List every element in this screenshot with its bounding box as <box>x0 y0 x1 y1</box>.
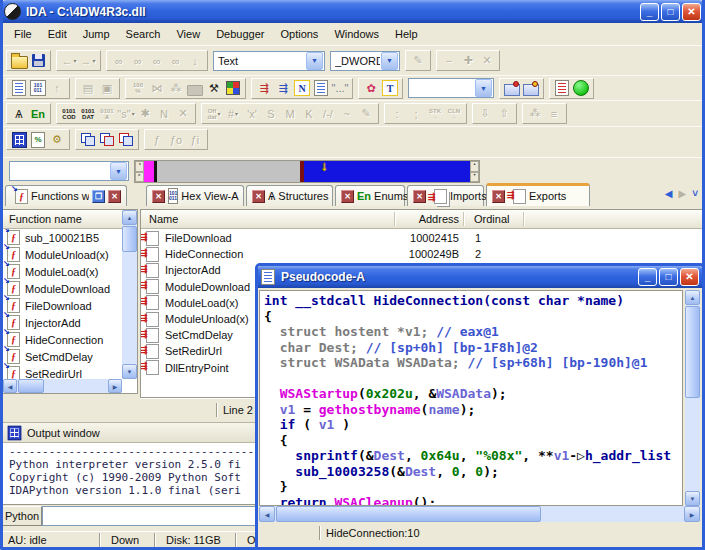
names-window-icon[interactable]: N <box>293 80 311 97</box>
search-icon[interactable]: ∞ <box>110 52 128 69</box>
scroll-right-icon[interactable]: ▶ <box>684 506 700 522</box>
chevron-down-icon[interactable]: ▼ <box>381 52 398 70</box>
close-icon[interactable]: ✕ <box>413 190 426 203</box>
calculator-icon[interactable] <box>10 131 28 148</box>
edit-icon[interactable]: ✎ <box>409 52 427 69</box>
scroll-down-icon[interactable]: ▼ <box>685 491 700 506</box>
lock-icon[interactable]: ▣ <box>98 80 116 97</box>
tab-list-icon[interactable]: ˅ <box>692 188 698 199</box>
flower-icon[interactable]: ✿ <box>362 80 380 97</box>
back-icon[interactable]: ←▾ <box>60 52 78 69</box>
export-row[interactable]: FileDownload100024151 <box>141 230 701 246</box>
offset-icon[interactable]: Off dat▾ <box>205 105 223 122</box>
python-prompt-button[interactable]: Python <box>2 506 42 526</box>
forward-icon[interactable]: →▾ <box>79 52 97 69</box>
hex-view-icon[interactable]: 101 011 <box>29 80 47 97</box>
tab-scroll-right-icon[interactable]: ▶ <box>678 188 686 199</box>
pseudocode-title-bar[interactable]: Pseudocode-A _ □ ✕ <box>258 266 702 288</box>
function-start-icon[interactable]: ƒo <box>167 131 185 148</box>
segments-icon[interactable]: ▤ <box>79 80 97 97</box>
menu-file[interactable]: File <box>6 26 40 42</box>
clean-stack-icon[interactable]: CLN → <box>445 105 463 122</box>
function-row[interactable]: ƒSetRedirUrl <box>3 365 122 379</box>
navigation-band[interactable]: ◂▸▴▾↓ <box>134 160 480 183</box>
functions-window-icon[interactable] <box>312 80 330 97</box>
scroll-right-icon[interactable]: ▶ <box>108 379 122 393</box>
produce-file-alt-icon[interactable] <box>522 80 540 97</box>
function-row[interactable]: ƒModuleUnload(x) <box>3 246 122 263</box>
tab-enums[interactable]: ✕EnEnums <box>335 185 405 206</box>
text-view-icon[interactable] <box>10 80 28 97</box>
semicolon-comment-icon[interactable]: ; <box>407 105 425 122</box>
maximize-button[interactable]: □ <box>661 3 680 21</box>
tab-exports[interactable]: ✕Exports <box>486 183 590 206</box>
delete-icon[interactable]: ✕ <box>478 52 496 69</box>
jump-down-icon[interactable]: ↓ <box>186 52 204 69</box>
palette-icon[interactable] <box>224 80 242 97</box>
jump-up-icon[interactable]: ↑ <box>48 80 66 97</box>
number-icon[interactable]: #▾ <box>224 105 242 122</box>
chevron-down-icon[interactable]: ▼ <box>306 52 323 70</box>
collapse-icon[interactable]: ⋈ <box>148 80 166 97</box>
scroll-thumb[interactable] <box>276 506 541 522</box>
xrefs-from-icon[interactable]: ⇶ <box>255 80 273 97</box>
make-string-icon[interactable]: "s"▾ <box>117 105 135 122</box>
band-segment-library-functions[interactable] <box>144 161 154 182</box>
graph-icon[interactable]: ⁂ <box>167 80 185 97</box>
data-type-combo[interactable]: _DWORD▼ <box>330 51 400 71</box>
menu-jump[interactable]: Jump <box>75 26 118 42</box>
save-icon[interactable] <box>29 52 47 69</box>
band-segment-data[interactable] <box>157 161 300 182</box>
exports-header[interactable]: Name Address Ordinal <box>141 210 702 229</box>
scroll-up-icon[interactable]: ▲ <box>122 210 137 225</box>
minimize-button[interactable]: _ <box>638 268 657 286</box>
tab-functions-window[interactable]: ƒ Functions wind... ❐ ✕ <box>5 185 127 206</box>
make-code-icon[interactable]: 0101 COD <box>60 105 78 122</box>
windows-tile-icon[interactable] <box>98 131 116 148</box>
scroll-thumb[interactable] <box>122 226 137 252</box>
pseudocode-view[interactable]: int __stdcall HideConnection(const char … <box>259 290 683 506</box>
print-icon[interactable] <box>186 80 204 97</box>
function-row[interactable]: ƒModuleDownload <box>3 280 122 297</box>
close-button[interactable]: ✕ <box>682 3 701 21</box>
windows-close-icon[interactable] <box>117 131 135 148</box>
edit-comment-icon[interactable]: ✎ <box>357 105 375 122</box>
chart-icon[interactable]: ≡ <box>545 105 563 122</box>
scroll-left-icon[interactable]: ◀ <box>3 379 17 393</box>
scroll-left-icon[interactable]: ◀ <box>259 506 275 522</box>
windows-cascade-icon[interactable] <box>79 131 97 148</box>
restore-icon[interactable]: ❐ <box>92 190 105 203</box>
strings-window-icon[interactable]: "..." <box>331 80 349 97</box>
zoom-100-icon[interactable]: 100 % <box>129 80 147 97</box>
main-title-bar[interactable]: IDA - C:\4DW4R3c.dll _ □ ✕ <box>0 0 705 23</box>
close-icon[interactable]: ✕ <box>108 190 121 203</box>
address-combo[interactable]: ▼ <box>9 161 129 181</box>
function-row[interactable]: ƒsub_100021B5 <box>3 229 122 246</box>
search-binary-icon[interactable]: ∞ <box>148 52 166 69</box>
chevron-down-icon[interactable]: ▼ <box>475 79 492 97</box>
scroll-thumb[interactable] <box>18 379 44 393</box>
produce-file-icon[interactable] <box>503 80 521 97</box>
menu-search[interactable]: Search <box>118 26 169 42</box>
scroll-thumb[interactable] <box>685 306 700 398</box>
gear-icon[interactable]: ⚙ <box>48 131 66 148</box>
function-row[interactable]: ƒHideConnection <box>3 331 122 348</box>
menu-windows[interactable]: Windows <box>326 26 387 42</box>
menu-help[interactable]: Help <box>387 26 426 42</box>
function-row[interactable]: ƒSetCmdDelay <box>3 348 122 365</box>
export-row[interactable]: HideConnection1000249B2 <box>141 246 701 262</box>
functions-header[interactable]: Function name <box>3 210 137 229</box>
maximize-button[interactable]: □ <box>659 268 678 286</box>
make-struct-icon[interactable]: 0101 Ѧ <box>98 105 116 122</box>
menu-debugger[interactable]: Debugger <box>208 26 272 42</box>
close-icon[interactable]: ✕ <box>492 190 505 203</box>
jump-bottom-icon[interactable]: ⇩ <box>476 105 494 122</box>
search-text-icon[interactable]: ∞ <box>167 52 185 69</box>
make-name-icon[interactable]: N <box>155 105 173 122</box>
minimize-button[interactable]: _ <box>640 3 659 21</box>
scroll-up-icon[interactable]: ▲ <box>685 290 700 305</box>
tab-scroll-left-icon[interactable]: ◀ <box>665 188 673 199</box>
stack-var-icon[interactable]: K <box>300 105 318 122</box>
function-row[interactable]: ƒInjectorAdd <box>3 314 122 331</box>
jump-top-icon[interactable]: ⇧ <box>495 105 513 122</box>
